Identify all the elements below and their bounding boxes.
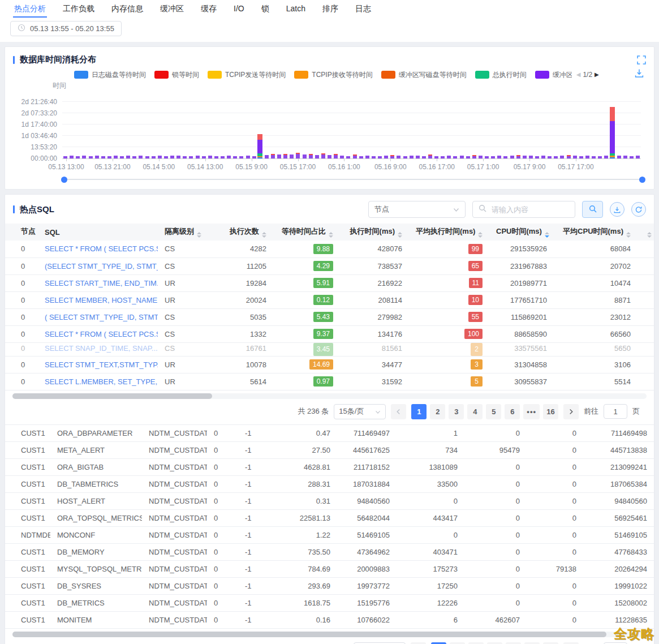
tab-内存信息[interactable]: 内存信息 — [103, 0, 152, 18]
prev-page-button[interactable] — [411, 642, 426, 644]
column-header-CPU时间(ms)[interactable]: CPU时间(ms) — [489, 224, 554, 241]
legend-page-indicator: 1/2 — [583, 71, 592, 79]
sql-statement-link[interactable]: (SELECT STMT_TYPE_ID, STMT_... — [45, 262, 158, 271]
cell-sql: (SELECT STMT_TYPE_ID, STMT_... — [38, 257, 158, 274]
tab-排序[interactable]: 排序 — [314, 0, 347, 18]
page-button-3[interactable]: 3 — [468, 642, 484, 644]
table-row: 0SELECT L.MEMBER, SET_TYPE, ...UR56140.9… — [5, 373, 654, 390]
slider-handle-right[interactable] — [639, 177, 645, 183]
page-button-3[interactable]: 3 — [449, 404, 464, 419]
column-header-执行时间(ms)[interactable]: 执行时间(ms) — [340, 224, 409, 241]
cell: NDTM_CUSTDAT — [142, 424, 207, 441]
tab-日志[interactable]: 日志 — [347, 0, 380, 18]
page-button-7[interactable]: 7 — [543, 642, 558, 644]
tab-工作负载[interactable]: 工作负载 — [54, 0, 103, 18]
scrollbar-thumb[interactable] — [12, 632, 606, 637]
prev-page-button[interactable] — [391, 404, 406, 419]
chart-range-slider[interactable] — [61, 176, 645, 183]
page-button-2[interactable]: 2 — [430, 404, 445, 419]
sql-statement-link[interactable]: ( SELECT STMT_TYPE_ID, STMT... — [45, 313, 158, 321]
legend-item[interactable]: 总执行时间 — [475, 70, 527, 80]
tab-I/O[interactable]: I/O — [225, 0, 253, 18]
column-header-节点[interactable]: 节点 — [5, 224, 38, 241]
cell: 0 — [527, 492, 583, 509]
page-button-16[interactable]: 16 — [543, 404, 558, 419]
legend-item[interactable]: 缓冲区写磁盘等待时间 — [381, 70, 467, 80]
legend-item[interactable]: TCPIP接收等待时间 — [294, 70, 372, 80]
search-button[interactable] — [582, 201, 603, 218]
column-header-隔离级别[interactable]: 隔离级别 — [158, 224, 205, 241]
node-filter-select[interactable]: 节点 — [368, 201, 466, 218]
cell: -1 — [238, 560, 269, 577]
chart-bar — [315, 155, 319, 159]
sort-caret-icon[interactable] — [329, 232, 333, 238]
sql-statement-link[interactable]: SELECT * FROM ( SELECT PCS.S... — [45, 244, 158, 253]
search-input[interactable] — [490, 205, 564, 214]
page-size-select[interactable]: 15条/页 — [354, 642, 406, 644]
chart-bar — [176, 156, 180, 158]
refresh-button[interactable] — [631, 202, 646, 217]
sql-statement-link[interactable]: SELECT * FROM ( SELECT PCS.S... — [45, 330, 158, 338]
page-button-5[interactable]: 5 — [486, 404, 501, 419]
chart-bar — [567, 156, 571, 158]
column-header-平均执行时间(ms)[interactable]: 平均执行时间(ms) — [409, 224, 489, 241]
sql-statement-link[interactable]: SELECT STMT_TEXT,STMT_TYP... — [45, 360, 158, 369]
legend-prev-icon[interactable]: ◀ — [576, 72, 581, 78]
legend-item[interactable]: 锁等时间 — [154, 70, 199, 80]
sort-caret-icon[interactable] — [398, 232, 402, 238]
scrollbar-thumb[interactable] — [12, 393, 212, 399]
date-range-picker[interactable]: 05.13 13:55 - 05.20 13:55 — [10, 21, 122, 36]
cell: NDTM_CUSTDAT — [142, 560, 207, 577]
legend-item[interactable]: 日志磁盘等待时间 — [74, 70, 146, 80]
sql-statement-link[interactable]: SELECT L.MEMBER, SET_TYPE, ... — [45, 377, 158, 386]
sort-caret-icon[interactable] — [197, 232, 201, 238]
legend-next-icon[interactable]: ▶ — [595, 72, 599, 78]
sort-caret-icon[interactable] — [262, 232, 266, 238]
tab-锁[interactable]: 锁 — [253, 0, 278, 18]
tab-缓冲区[interactable]: 缓冲区 — [152, 0, 192, 18]
cell-avg-cpu-time: 5514 — [554, 373, 638, 390]
chart-download-icon[interactable] — [635, 68, 644, 78]
pagination-ellipsis[interactable]: ••• — [523, 404, 540, 419]
legend-item[interactable]: TCPIP发送等待时间 — [208, 70, 286, 80]
column-header-平均CPU时间(ms)[interactable]: 平均CPU时间(ms) — [554, 224, 638, 241]
x-tick-label: 05.15 17:00 — [280, 163, 316, 171]
legend-item[interactable]: 缓冲区 — [535, 70, 572, 80]
column-header-执行次数[interactable]: 执行次数 — [205, 224, 273, 241]
column-header-等待时间占比[interactable]: 等待时间占比 — [273, 224, 340, 241]
slider-handle-left[interactable] — [61, 177, 67, 183]
page-button-6[interactable]: 6 — [505, 404, 520, 419]
sql-statement-link[interactable]: SELECT SNAP_ID_TIME, SNAP... — [45, 344, 158, 353]
sort-caret-icon[interactable] — [478, 232, 483, 238]
cell-node: 0 — [5, 241, 38, 257]
page-size-select[interactable]: 15条/页 — [334, 404, 386, 419]
goto-page-input[interactable] — [604, 404, 627, 419]
page-button-4[interactable]: 4 — [487, 642, 502, 644]
page-button-1[interactable]: 1 — [431, 642, 446, 644]
tab-热点分析[interactable]: 热点分析 — [6, 0, 54, 18]
column-header-extra[interactable] — [638, 224, 654, 241]
sql-statement-link[interactable]: SELECT START_TIME, END_TIM... — [45, 279, 158, 287]
hot-tables-scrollbar[interactable] — [12, 632, 647, 637]
next-page-button[interactable] — [563, 642, 579, 644]
next-page-button[interactable] — [563, 404, 579, 419]
page-button-4[interactable]: 4 — [467, 404, 483, 419]
page-button-6[interactable]: 6 — [524, 642, 540, 644]
cell-avg-exec-time: 3 — [409, 356, 489, 373]
cell: 0 — [464, 543, 527, 560]
sort-caret-icon[interactable] — [647, 232, 652, 238]
page-button-2[interactable]: 2 — [450, 642, 465, 644]
tab-缓存[interactable]: 缓存 — [192, 0, 225, 18]
sort-caret-icon[interactable] — [545, 232, 549, 238]
cell: -1 — [238, 594, 269, 611]
sql-statement-link[interactable]: SELECT MEMBER, HOST_NAME... — [45, 296, 158, 304]
cell: 47768433 — [583, 543, 654, 560]
sql-table-scrollbar[interactable] — [12, 393, 647, 399]
cell: 0 — [207, 594, 238, 611]
sort-caret-icon[interactable] — [626, 232, 631, 238]
download-button[interactable] — [610, 202, 624, 217]
tab-Latch[interactable]: Latch — [278, 0, 314, 18]
page-button-5[interactable]: 5 — [506, 642, 521, 644]
page-button-1[interactable]: 1 — [411, 404, 427, 419]
expand-icon[interactable] — [637, 55, 646, 65]
